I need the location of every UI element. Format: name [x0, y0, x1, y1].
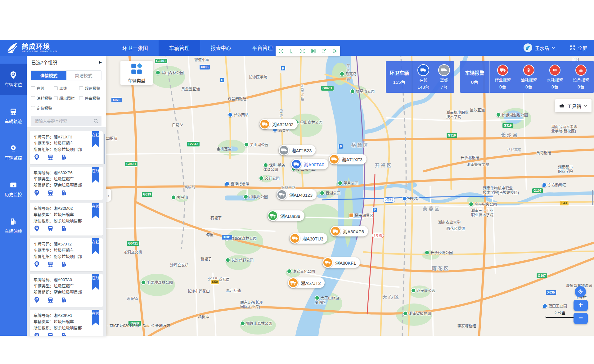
track-vehicle-icon[interactable] — [47, 261, 54, 267]
vehicle-org-line: 所属组织：厨余垃圾项目部 — [34, 218, 99, 224]
tab-detail-mode[interactable]: 详情模式 — [31, 71, 66, 80]
alarm-stats-title: 车辆报警 — [465, 69, 484, 76]
checkbox-box[interactable] — [79, 86, 83, 90]
vehicle-plate-label: 湘AD40123 — [289, 191, 313, 198]
search-input[interactable] — [31, 116, 101, 126]
main-nav: 环卫一张图 车辆管理 报表中心 平台管理 — [112, 40, 283, 56]
filter-checkbox[interactable]: 超出围栏 — [54, 95, 79, 101]
locate-button[interactable] — [575, 286, 586, 297]
app-page: 智道小镇乌山森林公园长沙医学院黄金园互通月亮岛银星湾公园观音岩枢纽长沙西站白马乡… — [0, 0, 594, 364]
vehicle-type-button[interactable]: 车辆类型 — [120, 61, 153, 85]
sidebar-item-vehicle-monitor[interactable]: 车辆监控 — [0, 137, 27, 168]
track-vehicle-icon[interactable] — [47, 297, 54, 303]
offline-stat: 离线 7台 — [434, 61, 455, 93]
vehicle-marker[interactable]: 湘AF1523 — [279, 145, 316, 155]
track-vehicle-icon[interactable] — [47, 154, 54, 160]
vehicle-card[interactable]: 车牌号码：湘A71XF3 车辆类型：垃圾压缩车 所属组织：厨余垃圾项目部 — [30, 131, 103, 164]
map-scale: 2 公里 — [546, 310, 574, 318]
zoom-out-button[interactable]: − — [574, 313, 588, 324]
filter-checkbox[interactable]: 定位报警 — [31, 105, 54, 111]
fullscreen-button[interactable]: 全屏 — [569, 45, 587, 51]
vehicle-marker[interactable]: 湘A90TA0 — [291, 159, 328, 169]
online-truck-icon — [417, 64, 429, 76]
track-vehicle-icon[interactable] — [47, 225, 54, 232]
sidebar-item-history-monitor[interactable]: 历史监控 — [0, 173, 27, 204]
vehicle-panel: 已选7个组织 ▶ 详情模式 简洁模式 在线 离线 超速报警 油耗报警 — [27, 56, 106, 336]
vehicle-fuel-icon[interactable] — [61, 297, 67, 303]
toolbox-label: 工具箱 — [567, 103, 581, 109]
panel-collapse-handle[interactable]: ‹ — [106, 189, 111, 202]
vehicle-card[interactable]: 车牌号码：湘A90TA0 车辆类型：垃圾压缩车 所属组织：厨余垃圾项目部 — [30, 274, 103, 307]
vehicle-marker[interactable]: 湘A80KF1 — [322, 257, 360, 268]
alarm-stats-count: 0台 — [471, 79, 478, 85]
nav-item-report-center[interactable]: 报表中心 — [200, 40, 242, 56]
vehicle-list[interactable]: 车牌号码：湘A71XF3 车辆类型：垃圾压缩车 所属组织：厨余垃圾项目部 — [27, 127, 106, 336]
reset-view-icon[interactable] — [277, 47, 285, 55]
truck-status-icon — [268, 210, 278, 221]
vehicle-type-label: 车辆类型 — [128, 77, 145, 83]
org-expand-arrow-icon[interactable]: ▶ — [99, 60, 102, 64]
zoom-in-button[interactable]: + — [574, 300, 588, 311]
filter-checkbox[interactable]: 停车报警 — [79, 95, 104, 101]
vehicle-marker[interactable]: 湘AD40123 — [277, 189, 317, 200]
locate-vehicle-icon[interactable] — [34, 154, 40, 160]
export-icon[interactable] — [320, 47, 328, 55]
locate-vehicle-icon[interactable] — [34, 261, 40, 267]
offline-truck-icon — [438, 64, 450, 76]
vehicle-plate-line: 车牌号码：湘A90TA0 — [34, 277, 99, 283]
locate-vehicle-icon[interactable] — [34, 190, 40, 196]
checkbox-box[interactable] — [31, 96, 35, 100]
checkbox-box[interactable] — [31, 106, 35, 110]
sidebar-item-label: 历史监控 — [5, 191, 22, 197]
vehicle-marker[interactable]: 湘AL8839 — [268, 210, 304, 221]
locate-vehicle-icon[interactable] — [34, 225, 40, 232]
filter-checkbox[interactable]: 在线 — [31, 85, 54, 91]
save-icon[interactable] — [309, 47, 317, 55]
vehicle-marker[interactable]: 湘A32M02 — [259, 119, 298, 129]
vehicle-card-layer: 车牌号码：湘A71XF3 车辆类型：垃圾压缩车 所属组织：厨余垃圾项目部 — [30, 131, 103, 336]
vehicle-card[interactable]: 车牌号码：湘A30XP6 车辆类型：垃圾压缩车 所属组织：厨余垃圾项目部 — [30, 167, 103, 200]
checkbox-box[interactable] — [54, 96, 58, 100]
locate-vehicle-icon[interactable] — [34, 332, 40, 336]
vehicle-plate-label: 湘A71XF3 — [342, 156, 362, 163]
vehicle-marker[interactable]: 湘A30TU3 — [290, 233, 327, 244]
vehicle-fuel-icon[interactable] — [61, 332, 67, 336]
vehicle-marker[interactable]: 湘A71XF3 — [329, 154, 367, 164]
nav-item-overview-map[interactable]: 环卫一张图 — [112, 40, 159, 56]
sidebar-item-vehicle-fuel[interactable]: 车辆油耗 — [0, 210, 27, 241]
track-vehicle-icon[interactable] — [47, 190, 54, 196]
checkbox-box[interactable] — [54, 86, 58, 90]
truck-alarm-icon — [497, 65, 508, 76]
crosshair-icon — [577, 289, 583, 295]
sidebar-item-vehicle-track[interactable]: 车辆轨迹 — [0, 100, 27, 131]
vehicle-fuel-icon[interactable] — [61, 190, 67, 196]
mobile-preview-icon[interactable] — [288, 47, 296, 55]
track-vehicle-icon[interactable] — [47, 332, 54, 336]
checkbox-box[interactable] — [79, 96, 83, 100]
toolbox-button[interactable]: 工具箱 — [555, 99, 592, 112]
vehicle-fuel-icon[interactable] — [61, 154, 67, 160]
list-scrollbar-thumb[interactable] — [104, 134, 105, 164]
filter-checkbox[interactable]: 离线 — [54, 85, 79, 91]
checkbox-box[interactable] — [31, 86, 35, 90]
page-scrollbar-thumb[interactable] — [592, 190, 593, 205]
sidebar-item-vehicle-location[interactable]: 车辆定位 — [0, 64, 27, 95]
vehicle-card[interactable]: 车牌号码：湘A80KF1 车辆类型：垃圾压缩车 所属组织：厨余垃圾项目部 — [30, 310, 103, 336]
vehicle-card[interactable]: 车牌号码：湘A57JT2 车辆类型：垃圾压缩车 所属组织：厨余垃圾项目部 — [30, 238, 103, 271]
vehicle-fuel-icon[interactable] — [61, 225, 67, 232]
filter-checkbox[interactable]: 油耗报警 — [31, 95, 54, 101]
checkbox-label: 超速报警 — [85, 85, 100, 91]
settings-gear-icon[interactable] — [331, 47, 339, 55]
user-menu[interactable]: 王水晶 — [523, 43, 555, 52]
filter-checkbox[interactable]: 超速报警 — [79, 85, 104, 91]
vehicle-marker[interactable]: 湘A30XP6 — [330, 226, 368, 236]
vehicle-card[interactable]: 车牌号码：湘A32M02 车辆类型：垃圾压缩车 所属组织：厨余垃圾项目部 — [30, 203, 103, 236]
nav-item-vehicle-management[interactable]: 车辆管理 — [159, 40, 200, 56]
truck-status-icon — [277, 189, 287, 200]
fit-extent-icon[interactable] — [299, 47, 307, 55]
locate-vehicle-icon[interactable] — [34, 297, 40, 303]
device-alarm-icon — [575, 65, 587, 76]
vehicle-marker[interactable]: 湘A57JT2 — [288, 277, 325, 288]
tab-simple-mode[interactable]: 简洁模式 — [66, 71, 101, 80]
vehicle-fuel-icon[interactable] — [61, 261, 67, 267]
